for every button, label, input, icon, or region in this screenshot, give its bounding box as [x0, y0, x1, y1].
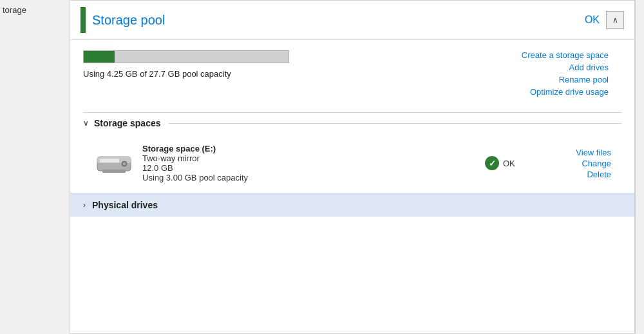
main-panel: Storage pool OK ∧ Using 4.25 GB of 27.7 …: [70, 0, 635, 334]
usage-section: Using 4.25 GB of 27.7 GB pool capacity C…: [83, 50, 621, 97]
chevron-up-icon: ∧: [612, 15, 618, 25]
usage-left: Using 4.25 GB of 27.7 GB pool capacity: [83, 50, 522, 79]
change-link[interactable]: Change: [560, 159, 611, 168]
progress-bar-container: [83, 50, 289, 63]
status-ok-icon: ✓: [485, 156, 499, 170]
left-sidebar: torage: [0, 0, 70, 334]
storage-spaces-header: ∨ Storage spaces: [83, 118, 621, 128]
physical-drives-title: Physical drives: [92, 200, 158, 210]
storage-spaces-chevron-icon[interactable]: ∨: [83, 119, 89, 128]
panel-title: Storage pool: [92, 13, 165, 28]
item-details: Storage space (E:) Two-way mirror 12.0 G…: [142, 144, 475, 182]
storage-space-type: Two-way mirror: [142, 153, 475, 163]
delete-link[interactable]: Delete: [560, 170, 611, 179]
usage-text: Using 4.25 GB of 27.7 GB pool capacity: [83, 69, 231, 79]
view-files-link[interactable]: View files: [560, 148, 611, 157]
header-left: Storage pool: [80, 7, 165, 33]
storage-space-size: 12.0 GB: [142, 163, 475, 173]
scrollbar[interactable]: [635, 0, 644, 334]
rename-pool-link[interactable]: Rename pool: [522, 75, 609, 84]
svg-point-5: [123, 162, 126, 165]
collapse-button[interactable]: ∧: [606, 11, 624, 29]
progress-bar-fill: [84, 51, 115, 63]
section-line: [169, 123, 622, 124]
storage-space-item: Storage space (E:) Two-way mirror 12.0 G…: [83, 139, 621, 188]
panel-header: Storage pool OK ∧: [70, 1, 634, 40]
storage-space-name: Storage space (E:): [142, 144, 475, 153]
physical-drives-section[interactable]: › Physical drives: [70, 193, 634, 217]
status-text: OK: [503, 159, 515, 168]
item-actions: View files Change Delete: [560, 148, 611, 179]
storage-spaces-title: Storage spaces: [94, 118, 161, 128]
panel-body: Using 4.25 GB of 27.7 GB pool capacity C…: [70, 40, 634, 333]
add-drives-link[interactable]: Add drives: [522, 63, 609, 72]
svg-rect-2: [102, 170, 126, 173]
item-status: ✓ OK: [485, 156, 549, 170]
green-bar-icon: [80, 7, 86, 33]
physical-drives-chevron-icon: ›: [83, 201, 86, 210]
optimize-drive-usage-link[interactable]: Optimize drive usage: [522, 87, 609, 97]
create-storage-space-link[interactable]: Create a storage space: [522, 50, 609, 60]
divider: [83, 112, 621, 113]
drive-icon: [96, 152, 132, 175]
header-right: OK ∧: [585, 11, 624, 29]
header-ok-label: OK: [585, 14, 600, 26]
svg-rect-3: [100, 159, 119, 162]
sidebar-label: torage: [3, 5, 26, 15]
usage-actions: Create a storage space Add drives Rename…: [522, 50, 609, 97]
storage-space-usage: Using 3.00 GB pool capacity: [142, 173, 475, 182]
